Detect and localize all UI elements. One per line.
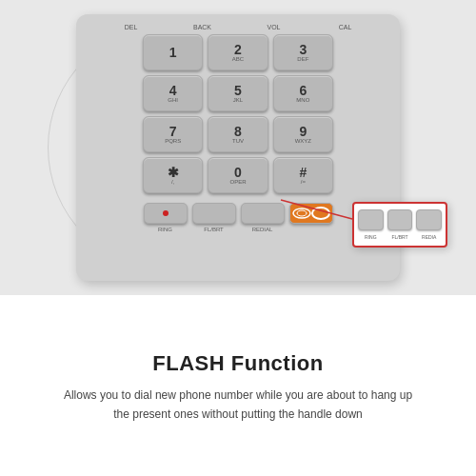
zoom-labels: RING FL/BRT REDIA: [358, 234, 442, 240]
zoom-label-flbrt: FL/BRT: [387, 234, 413, 240]
key-3[interactable]: 3 DEF: [273, 34, 333, 70]
zoom-redia-button[interactable]: [416, 209, 442, 230]
key-2[interactable]: 2 ABC: [208, 34, 268, 70]
key-7[interactable]: 7 PQRS: [143, 116, 203, 152]
key-1[interactable]: 1: [143, 34, 203, 70]
key-4[interactable]: 4 GHI: [143, 75, 203, 111]
label-back: BACK: [179, 24, 227, 30]
label-ring: RING: [144, 227, 188, 232]
flash-function-description: Allows you to dial new phone number whil…: [57, 386, 419, 425]
phone-section: DEL BACK VOL CAL 1 2 ABC 3 DEF: [0, 0, 476, 295]
label-flash-spacer: [289, 227, 333, 232]
keypad: 1 2 ABC 3 DEF 4 GHI 5 JKL: [143, 34, 333, 193]
svg-point-1: [297, 210, 307, 216]
redial-button[interactable]: [241, 203, 285, 224]
key-5[interactable]: 5 JKL: [208, 75, 268, 111]
zoom-btn-row: [358, 209, 442, 230]
zoom-label-ring: RING: [358, 234, 384, 240]
ring-button[interactable]: [144, 203, 188, 224]
info-section: FLASH Function Allows you to dial new ph…: [0, 295, 476, 476]
zoom-ring-button[interactable]: [358, 209, 384, 230]
flash-button[interactable]: [289, 203, 333, 224]
func-row: [143, 203, 333, 224]
label-vol: VOL: [250, 24, 298, 30]
key-6[interactable]: 6 MNO: [273, 75, 333, 111]
phone-body: DEL BACK VOL CAL 1 2 ABC 3 DEF: [76, 14, 400, 281]
zoom-flbrt-button[interactable]: [387, 209, 413, 230]
zoom-label-redia: REDIA: [416, 234, 442, 240]
label-cal: CAL: [322, 24, 369, 30]
flash-function-title: FLASH Function: [152, 351, 323, 376]
key-hash[interactable]: # /=: [273, 157, 333, 193]
key-9[interactable]: 9 WXYZ: [273, 116, 333, 152]
top-labels: DEL BACK VOL CAL: [86, 24, 390, 30]
zoom-callout: RING FL/BRT REDIA: [352, 202, 447, 248]
label-redial: REDIAL: [241, 227, 285, 232]
flbrt-button[interactable]: [192, 203, 236, 224]
key-star[interactable]: ✱ /,: [143, 157, 203, 193]
key-0[interactable]: 0 OPER: [208, 157, 268, 193]
label-del: DEL: [108, 24, 155, 30]
func-labels: RING FL/BRT REDIAL: [143, 227, 333, 232]
red-dot: [163, 210, 169, 216]
flash-icon: [292, 207, 311, 220]
label-flbrt: FL/BRT: [192, 227, 236, 232]
key-8[interactable]: 8 TUV: [208, 116, 268, 152]
